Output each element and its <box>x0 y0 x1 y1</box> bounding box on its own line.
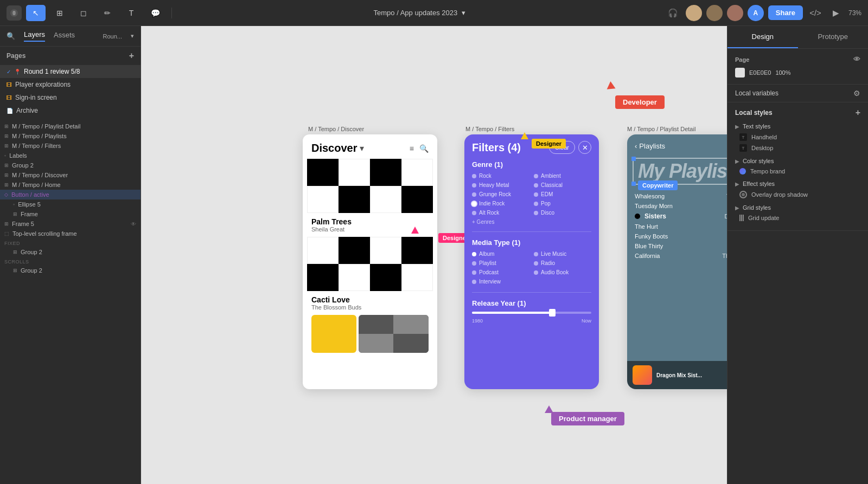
tab-layers[interactable]: Layers <box>24 30 45 42</box>
tab-assets[interactable]: Assets <box>54 31 75 41</box>
style-tempo-brand[interactable]: Tempo brand <box>735 166 860 176</box>
filter-interview[interactable]: Interview <box>472 278 529 286</box>
comment-tool[interactable]: 💬 <box>145 5 165 21</box>
pen-tool[interactable]: ✏ <box>98 5 117 21</box>
text-tool[interactable]: T <box>122 5 141 21</box>
layer-group2[interactable]: ⊞ Group 2 <box>0 160 141 170</box>
play-icon[interactable]: ▶ <box>828 5 844 21</box>
layer-labels[interactable]: ◦ Labels <box>0 151 141 160</box>
layer-filters[interactable]: ⊞ M / Tempo / Filters <box>0 141 141 151</box>
filter-dot-altrock <box>472 211 476 215</box>
select-tool[interactable]: ↖ <box>26 5 46 21</box>
avatar-self[interactable]: A <box>748 5 764 21</box>
designer-label-2: Designer <box>532 139 566 149</box>
layer-group2-fixed[interactable]: ⊞ Group 2 <box>0 247 141 257</box>
add-style-button[interactable]: + <box>856 108 860 118</box>
grid-styles-header[interactable]: ▶ Grid styles <box>735 204 860 211</box>
page-item-archive[interactable]: 📄 Archive <box>0 104 141 117</box>
style-overlay-shadow[interactable]: Overlay drop shadow <box>735 189 860 200</box>
playlist-frame[interactable]: ‹ Playlists ••• 🔍 My Playlist <box>627 134 727 389</box>
page-label-archive: Archive <box>16 107 38 114</box>
filter-indie[interactable]: Indie Rock <box>472 199 529 208</box>
song-title-1: Palm Trees <box>311 217 429 226</box>
filters-frame[interactable]: Filters (4) Clear ✕ Genre (1) Rock Ambie… <box>464 134 599 389</box>
headphones-icon[interactable]: 🎧 <box>665 5 681 21</box>
slider-track[interactable] <box>472 312 591 314</box>
filter-altrock[interactable]: Alt Rock <box>472 209 529 217</box>
layer-ellipse5[interactable]: ◦ Ellipse 5 <box>0 199 141 209</box>
search-icon[interactable]: 🔍 <box>419 144 429 153</box>
filter-icon[interactable]: ≡ <box>410 144 414 153</box>
page-item-round1[interactable]: ✓ 📍 Round 1 review 5/8 <box>0 65 141 78</box>
style-grid-update[interactable]: Grid update <box>735 213 860 223</box>
style-name: Overlay drop shadow <box>751 191 808 198</box>
breadcrumb-center[interactable]: Tempo / App updates 2023 ▾ <box>178 9 661 17</box>
discover-dropdown-icon[interactable]: ▾ <box>360 143 364 153</box>
share-button[interactable]: Share <box>768 5 803 20</box>
tab-prototype[interactable]: Prototype <box>798 26 869 48</box>
photo-thumbnail <box>359 315 429 353</box>
avatar-3[interactable] <box>727 5 743 21</box>
canvas[interactable]: M / Tempo / Discover M / Tempo / Filters… <box>141 26 727 484</box>
frame-tool[interactable]: ⊞ <box>50 5 69 21</box>
more-genres-link[interactable]: + Genres <box>472 217 591 225</box>
page-color-swatch[interactable] <box>735 68 745 78</box>
layer-playlists[interactable]: ⊞ M / Tempo / Playlists <box>0 131 141 141</box>
filter-heavymetal[interactable]: Heavy Metal <box>472 181 529 189</box>
layer-button-active[interactable]: ◇ Button / active <box>0 190 141 199</box>
avatar-2[interactable] <box>706 5 723 21</box>
filter-classical[interactable]: Classical <box>534 181 591 189</box>
filter-livemusic[interactable]: Live Music <box>534 250 591 258</box>
chevron-icon: ▶ <box>735 205 739 211</box>
filter-ambient[interactable]: Ambient <box>534 172 591 180</box>
filter-playlist[interactable]: Playlist <box>472 259 529 267</box>
layer-group2-scroll[interactable]: ⊞ Group 2 <box>0 266 141 275</box>
text-styles-header[interactable]: ▶ Text styles <box>735 123 860 130</box>
style-handheld[interactable]: T Handheld <box>735 132 860 143</box>
filter-audiobook[interactable]: Audio Book <box>534 268 591 276</box>
frame-icon: ⊞ <box>4 221 9 227</box>
slider-thumb[interactable] <box>549 309 556 317</box>
page-item-player[interactable]: 🎞 Player explorations <box>0 78 141 91</box>
filter-album[interactable]: Album <box>472 250 529 258</box>
code-icon[interactable]: </> <box>807 5 824 21</box>
page-visibility-icon[interactable]: 👁 <box>853 55 860 63</box>
chess-grid-top <box>307 159 433 213</box>
layer-toplevel[interactable]: ⬚ Top-level scrolling frame <box>0 229 141 238</box>
layer-home[interactable]: ⊞ M / Tempo / Home <box>0 180 141 190</box>
topbar: ↖ ⊞ ◻ ✏ T 💬 Tempo / App updates 2023 ▾ 🎧… <box>0 0 868 26</box>
filter-edm[interactable]: EDM <box>534 190 591 198</box>
layer-discover[interactable]: ⊞ M / Tempo / Discover <box>0 170 141 180</box>
filter-disco[interactable]: Disco <box>534 209 591 217</box>
color-styles-group: ▶ Color styles Tempo brand <box>735 156 860 178</box>
scrollframe-icon: ⬚ <box>4 231 9 236</box>
layer-playlist-detail[interactable]: ⊞ M / Tempo / Playlist Detail <box>0 121 141 131</box>
selection-handle[interactable] <box>631 157 636 161</box>
filter-podcast[interactable]: Podcast <box>472 268 529 276</box>
page-icon-player: 🎞 <box>7 82 12 88</box>
page-item-signin[interactable]: 🎞 Sign-in screen <box>0 91 141 104</box>
filter-rock[interactable]: Rock <box>472 172 529 180</box>
tab-design[interactable]: Design <box>727 26 798 48</box>
local-variables-row[interactable]: Local variables ⚙ <box>727 85 868 102</box>
zoom-level[interactable]: 73% <box>848 9 861 17</box>
layer-frame5[interactable]: ⊞ Frame 5 👁 <box>0 219 141 229</box>
back-button[interactable]: ‹ Playlists <box>635 142 665 150</box>
song-info-2: Cacti Love The Blossom Buds <box>303 291 437 315</box>
filter-pop[interactable]: Pop <box>534 199 591 208</box>
style-desktop[interactable]: T Desktop <box>735 143 860 153</box>
effect-styles-header[interactable]: ▶ Effect styles <box>735 180 860 187</box>
filter-grunge[interactable]: Grunge Rock <box>472 190 529 198</box>
breadcrumb-nav[interactable]: Roun... <box>103 33 122 40</box>
shape-tool[interactable]: ◻ <box>74 5 93 21</box>
visibility-icon[interactable]: 👁 <box>131 221 136 227</box>
selection-handle[interactable] <box>631 182 636 186</box>
close-button[interactable]: ✕ <box>578 141 591 154</box>
color-styles-header[interactable]: ▶ Color styles <box>735 158 860 164</box>
discover-frame[interactable]: Discover ▾ ≡ 🔍 Palm Trees <box>303 134 437 389</box>
avatar-1[interactable] <box>686 5 702 21</box>
filter-radio[interactable]: Radio <box>534 259 591 267</box>
layer-frame[interactable]: ⊞ Frame <box>0 209 141 219</box>
figma-logo[interactable] <box>7 5 22 21</box>
add-page-button[interactable]: + <box>129 51 134 61</box>
